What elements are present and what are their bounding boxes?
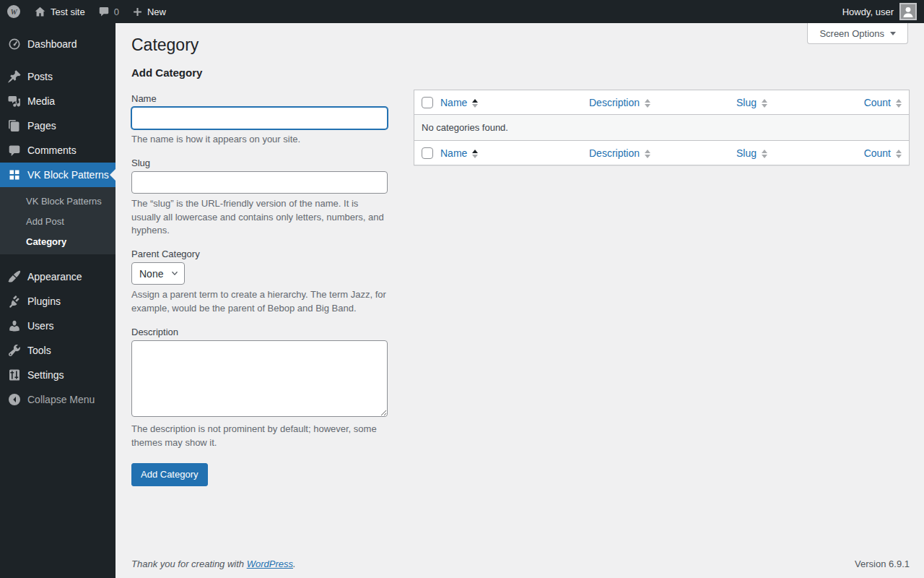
select-all-checkbox[interactable]	[422, 147, 433, 159]
howdy-label: Howdy, user	[842, 7, 894, 17]
sort-indicator-icon	[896, 150, 902, 158]
add-category-form: Add Category Name The name is how it app…	[131, 59, 388, 486]
sort-by-count-link[interactable]: Count	[864, 147, 902, 159]
select-all-checkbox[interactable]	[422, 97, 433, 108]
sidebar-item-settings[interactable]: Settings	[0, 363, 116, 387]
sort-by-name-link[interactable]: Name	[440, 97, 478, 108]
no-categories-message: No categories found.	[414, 115, 909, 140]
sidebar-item-label: VK Block Patterns	[27, 169, 109, 181]
sort-indicator-icon	[896, 99, 902, 108]
dashboard-icon	[7, 37, 22, 51]
site-name-label: Test site	[51, 7, 85, 17]
slug-input[interactable]	[131, 171, 388, 194]
parent-category-field-group: Parent Category None Assign a parent ter…	[131, 249, 388, 316]
sort-by-slug-link[interactable]: Slug	[736, 97, 767, 108]
parent-category-label: Parent Category	[131, 249, 388, 259]
form-heading: Add Category	[131, 66, 388, 79]
comments-menu[interactable]: 0	[92, 0, 126, 23]
plus-icon	[132, 7, 143, 17]
comments-icon	[7, 143, 22, 158]
sidebar-item-label: Dashboard	[27, 38, 77, 50]
slug-field-group: Slug The “slug” is the URL-friendly vers…	[131, 158, 388, 238]
sidebar-item-label: Collapse Menu	[27, 394, 95, 405]
sidebar-item-label: Tools	[27, 345, 51, 356]
empty-table-row: No categories found.	[414, 115, 909, 140]
table-header-row: Name Description Slug	[414, 90, 909, 115]
parent-category-help-text: Assign a parent term to create a hierarc…	[131, 288, 388, 316]
description-label: Description	[131, 327, 388, 337]
sidebar-item-plugins[interactable]: Plugins	[0, 289, 116, 314]
description-help-text: The description is not prominent by defa…	[131, 423, 388, 450]
submenu-item-category[interactable]: Category	[0, 232, 116, 252]
wordpress-link[interactable]: WordPress	[247, 558, 293, 569]
wrench-icon	[7, 343, 22, 358]
sidebar-item-label: Appearance	[27, 271, 82, 282]
sidebar-item-posts[interactable]: Posts	[0, 64, 116, 89]
sidebar-item-comments[interactable]: Comments	[0, 138, 116, 163]
sidebar-item-dashboard[interactable]: Dashboard	[0, 32, 116, 56]
comments-count: 0	[114, 7, 119, 17]
sidebar-item-users[interactable]: Users	[0, 314, 116, 338]
sort-indicator-icon	[645, 150, 650, 158]
table-footer-row: Name Description Slug	[414, 140, 909, 165]
sidebar-item-media[interactable]: Media	[0, 89, 116, 113]
wordpress-logo-icon: W	[6, 4, 21, 19]
description-textarea[interactable]	[131, 340, 388, 417]
sidebar-item-appearance[interactable]: Appearance	[0, 264, 116, 289]
admin-sidebar: Dashboard Posts Media	[0, 23, 116, 578]
user-icon	[7, 319, 22, 333]
sort-by-count-link[interactable]: Count	[864, 97, 902, 108]
sort-indicator-icon	[472, 150, 478, 158]
page-title: Category	[131, 23, 910, 59]
sidebar-item-label: Users	[27, 320, 54, 332]
grid-icon	[7, 168, 22, 182]
new-label: New	[147, 7, 166, 17]
sort-by-description-link[interactable]: Description	[589, 97, 650, 108]
submenu-item-vk-block-patterns[interactable]: VK Block Patterns	[0, 191, 116, 212]
add-category-button[interactable]: Add Category	[131, 463, 208, 486]
sidebar-item-label: Plugins	[27, 296, 61, 307]
paintbrush-icon	[7, 269, 22, 284]
name-label: Name	[131, 93, 388, 104]
submenu-item-add-post[interactable]: Add Post	[0, 212, 116, 232]
menu-separator	[0, 56, 116, 64]
settings-sliders-icon	[7, 368, 22, 382]
sidebar-item-pages[interactable]: Pages	[0, 113, 116, 138]
screen-options-label: Screen Options	[819, 28, 884, 39]
sort-by-description-link[interactable]: Description	[589, 147, 650, 159]
sort-indicator-icon	[762, 150, 767, 158]
name-input[interactable]	[131, 107, 388, 129]
chevron-down-icon	[890, 32, 896, 35]
comment-bubble-icon	[98, 6, 110, 17]
new-content-menu[interactable]: New	[126, 0, 173, 23]
pages-icon	[7, 118, 22, 133]
wp-logo-menu[interactable]: W	[0, 0, 27, 23]
sidebar-item-label: Media	[27, 95, 55, 107]
home-icon	[34, 6, 46, 18]
sidebar-item-tools[interactable]: Tools	[0, 338, 116, 363]
collapse-menu-button[interactable]: Collapse Menu	[0, 387, 116, 412]
vk-block-patterns-submenu: VK Block Patterns Add Post Category	[0, 187, 116, 254]
slug-help-text: The “slug” is the URL-friendly version o…	[131, 197, 388, 238]
site-name-link[interactable]: Test site	[27, 0, 92, 23]
sidebar-item-label: Pages	[27, 120, 56, 131]
footer-version: Version 6.9.1	[855, 558, 910, 569]
name-help-text: The name is how it appears on your site.	[131, 133, 388, 147]
sidebar-item-label: Posts	[27, 71, 53, 82]
collapse-arrow-icon	[7, 392, 22, 407]
sidebar-item-label: Comments	[27, 144, 77, 156]
screen-options-button[interactable]: Screen Options	[807, 23, 908, 44]
categories-table: Name Description Slug	[414, 90, 910, 166]
slug-label: Slug	[131, 158, 388, 168]
sidebar-item-vk-block-patterns[interactable]: VK Block Patterns	[0, 163, 116, 187]
my-account-menu[interactable]: Howdy, user	[836, 0, 924, 23]
categories-table-panel: Name Description Slug	[414, 90, 910, 486]
parent-category-select[interactable]: None	[131, 262, 185, 285]
sort-indicator-icon	[645, 99, 650, 108]
pushpin-icon	[7, 69, 22, 84]
svg-text:W: W	[11, 8, 18, 16]
sort-by-name-link[interactable]: Name	[440, 147, 478, 159]
sort-indicator-icon	[762, 99, 767, 108]
sort-by-slug-link[interactable]: Slug	[736, 147, 767, 159]
name-field-group: Name The name is how it appears on your …	[131, 93, 388, 147]
